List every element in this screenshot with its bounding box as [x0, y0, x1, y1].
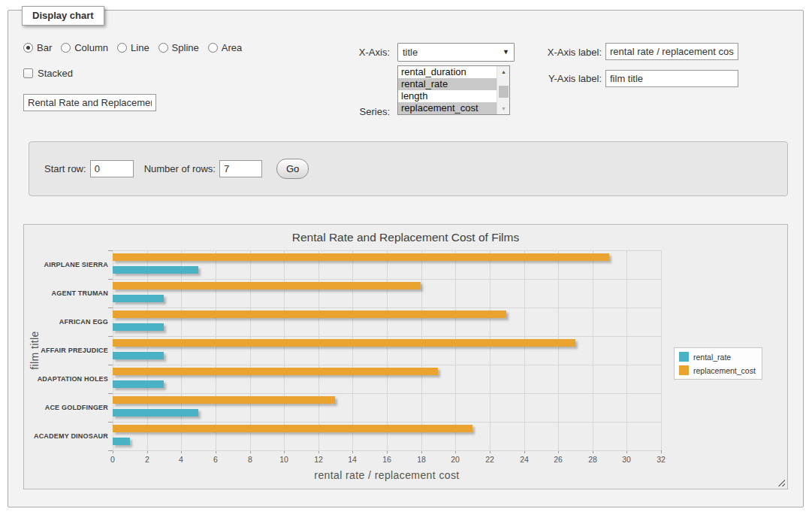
legend-swatch	[679, 352, 689, 362]
x-tick-label: 26	[543, 455, 573, 464]
bar-replacement_cost	[113, 425, 472, 432]
y-tick-mark	[108, 450, 113, 451]
x-tick-label: 22	[475, 455, 505, 464]
chart-title-input[interactable]	[23, 94, 156, 111]
chart-type-option-column[interactable]: Column	[61, 42, 108, 53]
x-tick-label: 8	[235, 455, 265, 464]
x-tick-label: 30	[611, 455, 641, 464]
legend-item-rental_rate: rental_rate	[679, 352, 756, 362]
x-tick-label: 12	[303, 455, 334, 464]
x-axis-select-label: X-Axis:	[307, 47, 390, 58]
gridline-vertical	[455, 250, 456, 450]
stacked-label: Stacked	[38, 68, 73, 79]
y-tick-mark	[108, 279, 113, 280]
gridline-vertical	[318, 250, 319, 450]
scrollbar-thumb[interactable]	[499, 86, 509, 98]
radio-icon	[23, 43, 33, 53]
gridline-vertical	[524, 250, 525, 450]
y-tick-mark	[108, 308, 113, 308]
radio-option-label: Column	[74, 42, 108, 53]
chart-type-option-area[interactable]: Area	[208, 42, 242, 53]
legend-label: replacement_cost	[693, 366, 756, 375]
series-option-rental_duration[interactable]: rental_duration	[398, 66, 497, 78]
x-tick-label: 6	[201, 455, 231, 464]
gridline-vertical	[181, 250, 182, 450]
stacked-checkbox-row[interactable]: Stacked	[23, 68, 73, 79]
x-tick-label: 0	[98, 455, 128, 464]
number-of-rows-input[interactable]	[219, 160, 262, 177]
category-label: AFFAIR PREJUDICE	[24, 347, 108, 354]
x-axis-label-input[interactable]	[605, 43, 738, 60]
radio-option-label: Area	[222, 42, 242, 53]
x-axis-select[interactable]: title ▼	[397, 43, 515, 62]
bar-replacement_cost	[113, 396, 335, 404]
category-label: ACE GOLDFINGER	[24, 404, 108, 411]
gridline-horizontal	[113, 308, 661, 308]
radio-icon	[158, 43, 168, 53]
gridline-vertical	[558, 250, 559, 450]
y-tick-mark	[108, 250, 113, 251]
chart-type-option-line[interactable]: Line	[117, 42, 149, 53]
radio-icon	[61, 43, 71, 53]
x-tick-label: 4	[166, 455, 196, 464]
go-button[interactable]: Go	[276, 159, 309, 179]
legend-item-replacement_cost: replacement_cost	[679, 365, 756, 375]
gridline-vertical	[352, 250, 353, 450]
category-label: ACADEMY DINOSAUR	[24, 432, 108, 440]
x-tick-label: 16	[372, 455, 402, 464]
bar-replacement_cost	[113, 339, 575, 347]
gridline-horizontal	[113, 450, 661, 451]
gridline-horizontal	[113, 422, 661, 423]
start-row-label: Start row:	[44, 163, 86, 174]
x-tick-mark	[661, 450, 662, 453]
radio-option-label: Line	[131, 42, 149, 53]
bar-rental_rate	[113, 438, 130, 445]
scroll-up-icon[interactable]: ▲	[497, 66, 510, 77]
category-label: AFRICAN EGG	[24, 318, 108, 326]
x-axis-label-field-label: X-Axis label:	[519, 47, 602, 58]
scroll-down-icon[interactable]: ▼	[497, 103, 510, 114]
gridline-vertical	[421, 250, 422, 450]
y-axis-label-field-label: Y-Axis label:	[519, 73, 602, 84]
bar-rental_rate	[113, 409, 198, 417]
category-label: AGENT TRUMAN	[24, 289, 108, 297]
chart-title: Rental Rate and Replacement Cost of Film…	[24, 231, 787, 244]
y-tick-mark	[108, 365, 113, 365]
resize-handle-icon[interactable]	[777, 478, 785, 486]
dropdown-arrow-icon: ▼	[503, 49, 509, 56]
gridline-vertical	[284, 250, 285, 450]
gridline-horizontal	[113, 336, 661, 337]
series-scrollbar[interactable]: ▲ ▼	[497, 66, 509, 114]
bar-replacement_cost	[113, 368, 438, 375]
series-option-replacement_cost[interactable]: replacement_cost	[398, 102, 497, 114]
gridline-horizontal	[113, 279, 661, 280]
bar-replacement_cost	[113, 282, 421, 289]
bar-rental_rate	[113, 323, 164, 331]
display-chart-panel: Display chart BarColumnLineSplineArea St…	[8, 10, 804, 507]
x-axis-selected-value: title	[403, 47, 503, 58]
bar-replacement_cost	[113, 311, 506, 318]
number-of-rows-label: Number of rows:	[144, 163, 216, 174]
gridline-vertical	[490, 250, 491, 450]
legend-label: rental_rate	[693, 353, 731, 362]
y-tick-mark	[108, 422, 113, 423]
start-row-input[interactable]	[90, 160, 134, 177]
x-tick-label: 20	[440, 455, 470, 464]
category-label: AIRPLANE SIERRA	[24, 261, 108, 268]
gridline-vertical	[113, 250, 113, 450]
gridline-horizontal	[113, 250, 661, 251]
gridline-vertical	[147, 250, 148, 450]
plot-area	[113, 250, 661, 450]
stacked-checkbox[interactable]	[23, 68, 33, 78]
gridline-vertical	[387, 250, 388, 450]
x-tick-label: 2	[132, 455, 162, 464]
series-option-rental_rate[interactable]: rental_rate	[398, 78, 497, 90]
chart-type-option-spline[interactable]: Spline	[158, 42, 199, 53]
y-axis-label-input[interactable]	[605, 70, 738, 87]
gridline-vertical	[250, 250, 251, 450]
radio-option-label: Spline	[172, 42, 199, 53]
chart-type-option-bar[interactable]: Bar	[23, 42, 52, 53]
series-option-length[interactable]: length	[398, 90, 497, 102]
series-multiselect[interactable]: rental_durationrental_ratelengthreplacem…	[397, 65, 510, 115]
gridline-horizontal	[113, 393, 661, 394]
